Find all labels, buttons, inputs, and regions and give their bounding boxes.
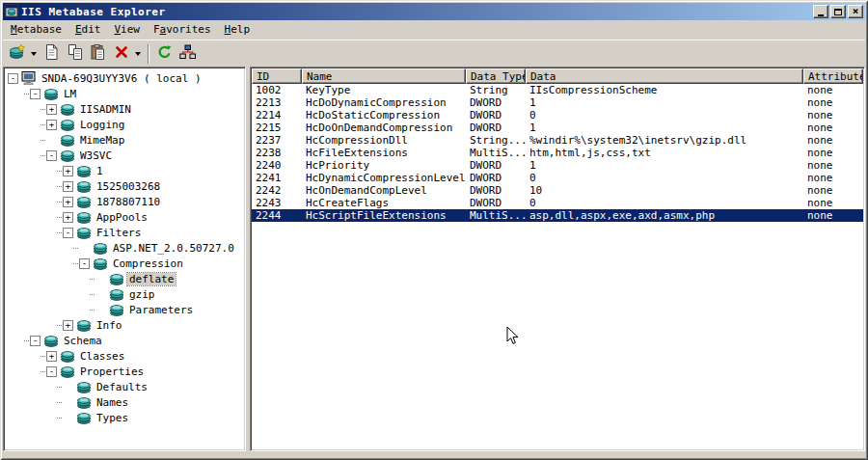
table-row-2244[interactable]: 2244HcScriptFileExtensionsMultiS...asp,d…: [252, 209, 863, 222]
tree-item-1525003268[interactable]: +1525003268: [6, 178, 243, 194]
tree-item-iisadmin[interactable]: +IISADMIN: [6, 101, 243, 117]
collapse-toggle[interactable]: -: [46, 366, 57, 377]
tree-item-label: deflate: [127, 273, 176, 285]
tree-item-label: Compression: [111, 257, 185, 270]
tree-guide-line: [57, 387, 62, 388]
connect-icon: [179, 44, 196, 63]
menu-metabase[interactable]: Metabase: [4, 21, 68, 38]
table-cell: 2215: [252, 122, 302, 134]
menu-help[interactable]: Help: [218, 21, 258, 38]
title-bar[interactable]: IIS Metabase Explorer ×: [3, 3, 865, 20]
expand-toggle[interactable]: +: [46, 351, 57, 362]
menu-edit[interactable]: Edit: [68, 21, 108, 38]
tree-item-1878807110[interactable]: +1878807110: [6, 194, 243, 209]
table-row-2238[interactable]: 2238HcFileExtensionsMultiS...htm,html,js…: [252, 147, 863, 159]
column-header-data-type[interactable]: Data Type: [466, 68, 526, 84]
paste-button[interactable]: [87, 43, 109, 65]
expand-toggle[interactable]: +: [63, 197, 73, 207]
tree-guide-line: [73, 263, 78, 264]
tree-item-snda-69q3uyy3v6-local-[interactable]: -SNDA-69Q3UYY3V6 ( local ): [6, 70, 243, 86]
tree-item-1[interactable]: +1: [6, 163, 243, 178]
tree-item-info[interactable]: +Info: [6, 317, 243, 333]
tree-item-label: 1: [95, 165, 105, 177]
tree-item-deflate[interactable]: deflate: [6, 271, 243, 286]
table-row-1002[interactable]: 1002KeyTypeStringIIsCompressionSchemenon…: [252, 84, 863, 96]
tree-guide-line: [24, 340, 29, 341]
table-cell: 0: [526, 172, 803, 184]
collapse-toggle[interactable]: -: [8, 73, 18, 84]
table-cell: none: [803, 184, 863, 197]
tree-item-properties[interactable]: -Properties: [6, 364, 243, 379]
collapse-toggle[interactable]: -: [63, 228, 73, 238]
column-header-data[interactable]: Data: [526, 68, 803, 84]
connect-button[interactable]: [176, 43, 199, 65]
menu-view[interactable]: View: [107, 21, 147, 38]
table-cell: none: [803, 159, 863, 172]
tree-item-lm[interactable]: -LM: [6, 86, 243, 101]
collapse-toggle[interactable]: -: [30, 89, 41, 99]
column-header-attributes[interactable]: Attributes: [803, 68, 863, 84]
table-row-2241[interactable]: 2241HcDynamicCompressionLevelDWORD0none: [252, 172, 863, 184]
minimize-button[interactable]: [813, 5, 828, 18]
new-record-button[interactable]: [6, 43, 28, 65]
database-key-icon: [76, 318, 92, 332]
table-row-2242[interactable]: 2242HcOnDemandCompLevelDWORD10none: [252, 184, 863, 197]
collapse-toggle[interactable]: -: [79, 258, 90, 269]
tree-item-label: LM: [62, 88, 78, 100]
delete-button[interactable]: [110, 43, 132, 65]
collapse-toggle[interactable]: -: [46, 150, 57, 161]
tree-item-schema[interactable]: -Schema: [6, 333, 243, 348]
paste-icon: [91, 44, 105, 63]
tree-guide-line: [41, 155, 45, 156]
maximize-button[interactable]: [830, 5, 846, 18]
tree-item-names[interactable]: Names: [6, 394, 243, 410]
table-row-2214[interactable]: 2214HcDoStaticCompressionDWORD0none: [252, 109, 863, 122]
expand-toggle[interactable]: +: [63, 212, 73, 223]
expand-toggle[interactable]: +: [46, 104, 57, 115]
database-key-icon: [60, 133, 75, 147]
tree-item-classes[interactable]: +Classes: [6, 348, 243, 364]
new-record-button-dropdown[interactable]: [28, 43, 40, 65]
database-key-icon: [60, 149, 75, 162]
expand-toggle[interactable]: +: [63, 320, 73, 331]
delete-button-dropdown[interactable]: [132, 43, 144, 65]
column-header-name[interactable]: Name: [302, 68, 466, 84]
table-row-2243[interactable]: 2243HcCreateFlagsDWORD0none: [252, 197, 863, 209]
collapse-toggle[interactable]: -: [30, 336, 41, 346]
status-bar: [3, 451, 865, 457]
tree-item-defaults[interactable]: Defaults: [6, 379, 243, 394]
table-cell: 1: [526, 159, 803, 172]
tree-item-w3svc[interactable]: -W3SVC: [6, 148, 243, 163]
copy-button[interactable]: [64, 43, 86, 65]
refresh-button[interactable]: [153, 43, 176, 65]
table-cell: none: [803, 209, 863, 222]
tree-item-types[interactable]: Types: [6, 410, 243, 425]
tree-item-asp-net-2-0-50727-0[interactable]: ASP.NET_2.0.50727.0: [6, 240, 243, 256]
tree-item-gzip[interactable]: gzip: [6, 286, 243, 302]
edit-record-button[interactable]: [41, 43, 63, 65]
tree-item-parameters[interactable]: Parameters: [6, 302, 243, 317]
table-cell: none: [803, 172, 863, 184]
menu-favorites[interactable]: Favorites: [147, 21, 218, 38]
table-cell: none: [803, 109, 863, 122]
page-icon: [44, 44, 59, 63]
expand-toggle[interactable]: +: [46, 120, 57, 130]
tree-item-label: Logging: [78, 119, 126, 131]
close-button[interactable]: ×: [848, 5, 863, 18]
tree-item-apppools[interactable]: +AppPools: [6, 209, 243, 225]
table-row-2215[interactable]: 2215HcDoOnDemandCompressionDWORD1none: [252, 122, 863, 134]
tree-item-mimemap[interactable]: MimeMap: [6, 132, 243, 148]
column-header-id[interactable]: ID: [252, 68, 302, 84]
database-key-icon: [76, 395, 92, 409]
tree-item-compression[interactable]: -Compression: [6, 256, 243, 271]
tree-item-filters[interactable]: -Filters: [6, 225, 243, 240]
table-cell: 0: [526, 109, 803, 122]
tree-item-logging[interactable]: +Logging: [6, 117, 243, 132]
database-key-icon: [93, 241, 108, 255]
table-row-2240[interactable]: 2240HcPriorityDWORD1none: [252, 159, 863, 172]
table-row-2213[interactable]: 2213HcDoDynamicCompressionDWORD1none: [252, 96, 863, 109]
expand-toggle[interactable]: +: [63, 166, 73, 176]
toolbar-separator: [148, 44, 149, 64]
expand-toggle[interactable]: +: [63, 181, 73, 192]
table-row-2237[interactable]: 2237HcCompressionDllString...%windir%\sy…: [252, 134, 863, 147]
